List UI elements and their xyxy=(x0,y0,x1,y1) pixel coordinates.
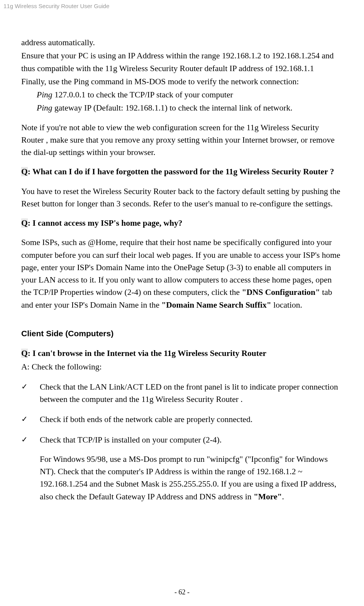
q-marker: Q xyxy=(21,218,28,228)
ping-command-1: Ping 127.0.0.1 to check the TCP/IP stack… xyxy=(21,89,343,101)
page-number: - 62 - xyxy=(0,588,364,596)
checklist: Check that the LAN Link/ACT LED on the f… xyxy=(21,381,343,503)
note-proxy: Note if you're not able to view the web … xyxy=(21,121,343,159)
q-marker: Q xyxy=(21,167,28,176)
check-item-cable: Check if both ends of the network cable … xyxy=(21,413,343,426)
check-item-tcpip: Check that TCP/IP is installed on your c… xyxy=(21,434,343,503)
answer-forgot-password: You have to reset the Wireless Security … xyxy=(21,185,343,210)
q-text: : I can't browse in the Internet via the… xyxy=(28,349,266,358)
check-item-lan-led: Check that the LAN Link/ACT LED on the f… xyxy=(21,381,343,406)
q-marker: Q xyxy=(21,349,28,358)
ping-text: gateway IP (Default: 192.168.1.1) to che… xyxy=(52,103,293,112)
paragraph-address-auto: address automatically. xyxy=(21,36,343,49)
ping-label: Ping xyxy=(37,103,52,112)
answer-check-following: A: Check the following: xyxy=(21,361,343,373)
domain-suffix-label: "Domain Name Search Suffix" xyxy=(161,300,271,310)
more-label: "More" xyxy=(254,492,282,501)
q-text: : I cannot access my ISP's home page, wh… xyxy=(28,218,183,228)
check-subtext: For Windows 95/98, use a MS-Dos prompt t… xyxy=(40,453,343,503)
q-text: : What can I do if I have forgotten the … xyxy=(28,167,334,176)
check-text: Check that TCP/IP is installed on your c… xyxy=(40,434,343,446)
sub-text: . xyxy=(282,492,284,501)
question-isp-homepage: Q: I cannot access my ISP's home page, w… xyxy=(21,217,343,229)
page-header: 11g Wireless Security Router User Guide xyxy=(0,0,364,9)
question-forgot-password: Q: What can I do if I have forgotten the… xyxy=(21,165,343,178)
page-content: address automatically. Ensure that your … xyxy=(0,9,364,503)
ping-label: Ping xyxy=(37,90,52,99)
ping-text: 127.0.0.1 to check the TCP/IP stack of y… xyxy=(52,90,233,99)
dns-config-label: "DNS Configuration" xyxy=(242,288,320,297)
section-heading-client-side: Client Side (Computers) xyxy=(21,327,343,340)
paragraph-ping-intro: Finally, use the Ping command in MS-DOS … xyxy=(21,75,343,88)
question-cant-browse: Q: I can't browse in the Internet via th… xyxy=(21,347,343,359)
sub-text: For Windows 95/98, use a MS-Dos prompt t… xyxy=(40,454,336,501)
answer-text: location. xyxy=(271,300,302,310)
paragraph-ip-range: Ensure that your PC is using an IP Addre… xyxy=(21,49,343,75)
answer-isp-homepage: Some ISPs, such as @Home, require that t… xyxy=(21,236,343,311)
ping-command-2: Ping gateway IP (Default: 192.168.1.1) t… xyxy=(21,102,343,114)
